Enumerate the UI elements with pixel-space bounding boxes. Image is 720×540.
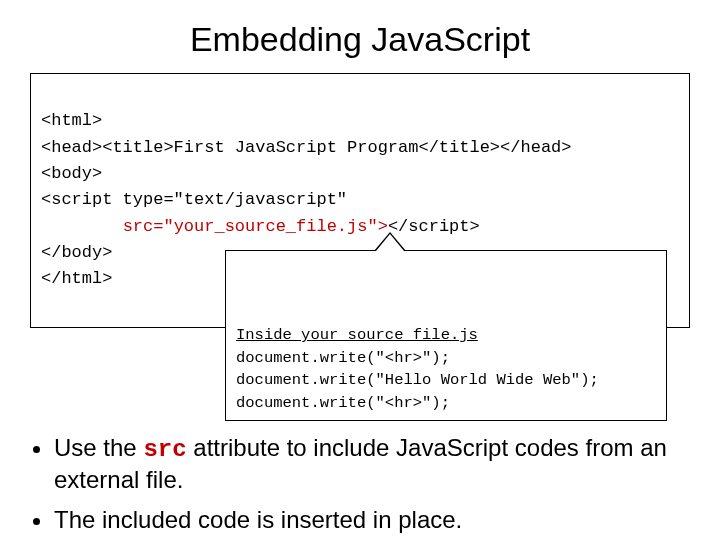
code-line-4: <script type="text/javascript" — [41, 190, 347, 209]
bullet-list: Use the src attribute to include JavaScr… — [30, 433, 690, 535]
code-line-6: </body> — [41, 243, 112, 262]
bullet-2: The included code is inserted in place. — [54, 505, 690, 535]
callout-line-1: document.write("<hr>"); — [236, 349, 450, 367]
code-box: <html> <head><title>First JavaScript Pro… — [30, 73, 690, 328]
code-line-3: <body> — [41, 164, 102, 183]
callout-heading: Inside your_source_file.js — [236, 326, 478, 344]
code-line-2: <head><title>First JavaScript Program</t… — [41, 138, 572, 157]
slide-title: Embedding JavaScript — [30, 20, 690, 59]
callout-line-2: document.write("Hello World Wide Web"); — [236, 371, 599, 389]
code-src-attribute: src="your_source_file.js"> — [123, 217, 388, 236]
bullet-1-src: src — [143, 436, 186, 463]
bullet-1-pre: Use the — [54, 434, 143, 461]
bullet-1: Use the src attribute to include JavaScr… — [54, 433, 690, 495]
code-line-7: </html> — [41, 269, 112, 288]
callout-line-3: document.write("<hr>"); — [236, 394, 450, 412]
code-line-1: <html> — [41, 111, 102, 130]
code-line-5-indent — [41, 217, 123, 236]
callout-pointer — [376, 234, 404, 251]
callout-box: Inside your_source_file.js document.writ… — [225, 250, 667, 421]
